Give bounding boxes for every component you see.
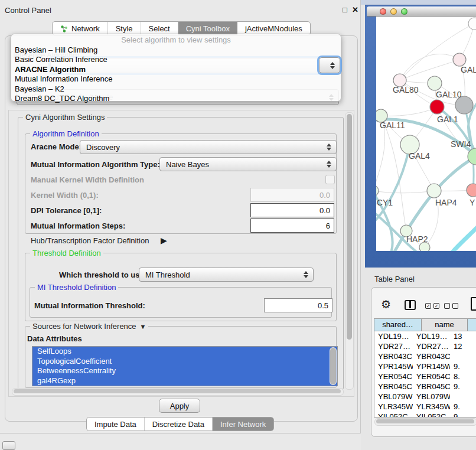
table-row[interactable]: YLR345WYLR345W9. [374,402,476,412]
hide-columns-icon[interactable] [444,303,458,309]
which-threshold-combobox[interactable]: MI Threshold [139,268,314,282]
popup-item-selected[interactable]: ARACNE Algorithm [11,65,341,75]
show-columns-icon[interactable]: ✓ ✓ [425,303,439,309]
popup-item[interactable]: Mutual Information Inference [11,74,341,84]
node-gal2[interactable] [453,53,466,66]
tab-jactivemnodules[interactable]: jActiveMNodules [237,22,310,35]
apply-button[interactable]: Apply [159,399,200,413]
collapse-arrow-icon[interactable]: ▼ [140,323,146,330]
minimize-window-button[interactable] [390,8,397,15]
mi-threshold-field[interactable]: 0.5 [264,298,332,312]
node-table[interactable]: shared… name A YDL19…YDL19…13 YDR27…YDR2… [374,318,476,418]
table-row[interactable]: YDL19…YDL19…13 [374,331,476,341]
bottom-tabbar: Impute Data Discretize Data Infer Networ… [86,417,274,431]
column-header-name[interactable]: name [422,319,468,331]
tab-network[interactable]: Network [53,22,108,35]
data-attributes-label: Data Attributes [27,334,82,343]
expand-arrow-icon[interactable]: ▶ [161,236,167,245]
list-vertical-scrollbar[interactable] [330,347,337,385]
list-item[interactable]: gal4RGexp [32,376,337,386]
table-row[interactable]: YBR043CYBR043C [374,351,476,361]
checked-box-icon: ✓ [425,303,431,309]
aracne-mode-combobox[interactable]: Discovery [80,140,337,154]
dpi-tolerance-label: DPI Tolerance [0,1]: [31,206,102,215]
cyni-algorithm-settings-title: Cyni Algorithm Settings [23,113,107,122]
node-y-partial[interactable] [467,184,476,197]
tab-jactivemnodules-label: jActiveMNodules [245,24,302,33]
tab-discretize-data[interactable]: Discretize Data [145,418,213,431]
table-horizontal-scrollbar[interactable] [374,418,476,426]
table-row[interactable]: YBL079WYBL079W [374,392,476,402]
mi-type-combobox[interactable]: Naive Bayes [159,157,337,171]
new-table-icon[interactable] [471,297,476,311]
gear-icon[interactable]: ⚙ [381,298,391,311]
tab-infer-network-label: Infer Network [220,420,266,429]
column-header-shared-name[interactable]: shared… [374,319,422,331]
table-row[interactable]: YPR145WYPR145W9. [374,361,476,371]
desktop-strip [361,0,476,5]
manual-kernel-checkbox[interactable] [325,175,335,184]
mi-type-value: Naive Bayes [166,160,209,169]
settings-vertical-scrollbar[interactable] [345,112,354,390]
data-attributes-list[interactable]: SelfLoops TopologicalCoefficient Between… [32,346,338,386]
popup-item[interactable]: Bayesian – K2 [11,84,341,94]
list-item[interactable]: BetweennessCentrality [32,366,337,376]
unchecked-box-icon [444,303,450,309]
close-panel-icon[interactable]: ✕ [352,5,358,14]
close-window-button[interactable] [380,8,386,15]
split-columns-icon[interactable] [405,300,416,310]
node-partial-top[interactable] [468,18,476,30]
aracne-mode-value: Discovery [86,143,120,152]
table-row[interactable]: YER054CYER054C8. [374,371,476,381]
kernel-width-field[interactable]: 0.0 [250,188,334,202]
control-panel: Control Panel □ ✕ Network Style Select C… [0,0,361,433]
algorithm-definition-title: Algorithm Definition [30,129,102,138]
combo-stepper-icon [330,62,335,69]
mi-steps-label: Mutual Information Steps: [31,221,125,230]
list-item[interactable]: SelfLoops [32,347,337,357]
network-nodes[interactable] [376,18,476,251]
tab-cyni-toolbox[interactable]: Cyni Toolbox [178,22,237,35]
tab-impute-data[interactable]: Impute Data [87,418,145,431]
settings-horizontal-scrollbar[interactable] [12,388,344,396]
network-icon [60,25,68,32]
aracne-mode-label: Aracne Mode: [31,142,81,151]
unchecked-box-icon [452,303,458,309]
network-canvas[interactable]: GAL2 GAL80 GAL10 GAL1 GAL11 SWI4 GAL4 GC… [376,17,476,251]
node-gal10[interactable] [428,76,442,90]
popup-item[interactable]: Dream8 DC_TDC Algorithm [11,94,341,104]
popup-placeholder: Select algorithm to view settings [11,35,341,45]
node-label: GCY1 [376,198,393,207]
node-hap4[interactable] [427,184,441,198]
list-item[interactable]: TopologicalCoefficient [32,357,337,367]
node-label: GAL11 [380,120,405,130]
popup-item[interactable]: Bayesian – Hill Climbing [11,45,341,56]
collapsed-panel-button[interactable] [2,441,15,450]
sources-title: Sources for Network Inference [32,322,136,331]
node-gal1[interactable] [430,100,444,114]
hub-definition-label[interactable]: Hub/Transcription Factor Definition [31,236,149,245]
node-labels: GAL2 GAL80 GAL10 GAL1 GAL11 SWI4 GAL4 GC… [376,65,476,244]
tab-discretize-data-label: Discretize Data [152,420,204,429]
mi-type-label: Mutual Information Algorithm Type: [31,160,160,169]
dpi-tolerance-field[interactable]: 0.0 [250,203,334,217]
node-label: GAL2 [461,65,476,74]
tab-style[interactable]: Style [108,22,141,35]
column-header-partial[interactable]: A [468,319,476,331]
mi-steps-field[interactable]: 6 [250,219,334,233]
tab-infer-network[interactable]: Infer Network [213,418,273,431]
focused-combo-cap[interactable] [319,57,340,73]
popup-item[interactable]: Basic Correlation Inference [11,55,341,65]
combo-stepper-icon [327,161,331,168]
zoom-window-button[interactable] [401,8,407,15]
node-label: HAP4 [435,198,457,207]
table-row[interactable]: YDR27…YDR27…12 [374,341,476,351]
table-row[interactable]: YIL052CYIL052C9 [374,412,476,418]
network-window-titlebar[interactable] [367,6,476,17]
table-row[interactable]: YBR045CYBR045C9. [374,381,476,392]
float-panel-icon[interactable]: □ [343,5,347,14]
panel-title: Control Panel [5,6,51,15]
tab-network-label: Network [71,24,100,33]
tab-select[interactable]: Select [141,22,178,35]
node-gcy1[interactable] [376,185,379,196]
